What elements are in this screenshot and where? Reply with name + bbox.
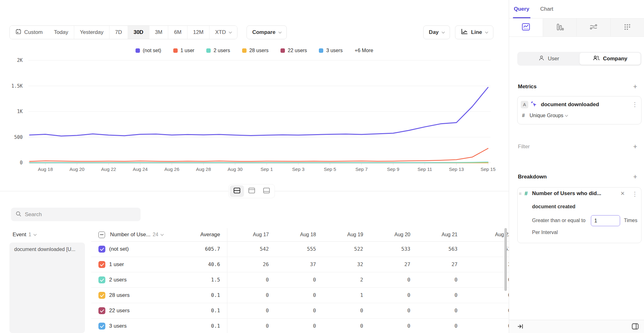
compare-button[interactable]: Compare bbox=[247, 25, 287, 39]
cell-value: 0 bbox=[417, 303, 458, 318]
legend-more-label[interactable]: +6 More bbox=[355, 48, 373, 53]
breakdown-card[interactable]: ≡ # Number of Users who did... × ⋮ docum… bbox=[517, 187, 641, 243]
breakdown-event-name[interactable]: document created bbox=[532, 204, 575, 210]
cell-value: 37 bbox=[275, 257, 316, 272]
chart-type-label: Line bbox=[471, 29, 482, 35]
toggle-sidebar-icon[interactable] bbox=[631, 323, 639, 331]
series-checkbox[interactable] bbox=[98, 292, 105, 299]
tab-query[interactable]: Query bbox=[514, 0, 529, 18]
layout-bottom-icon bbox=[263, 187, 270, 195]
toggle-company[interactable]: Company bbox=[580, 53, 641, 65]
line-chart[interactable] bbox=[28, 58, 491, 166]
average-value: 1.5 bbox=[164, 272, 220, 287]
breakdown-kebab-icon[interactable]: ⋮ bbox=[632, 190, 638, 198]
cell-value: 27 bbox=[417, 257, 458, 272]
legend-swatch bbox=[242, 48, 247, 53]
date-range-7d[interactable]: 7D bbox=[109, 26, 128, 39]
breakdown-property-name[interactable]: Number of Users who did... bbox=[532, 190, 601, 197]
close-icon[interactable]: × bbox=[619, 189, 626, 198]
cell-value: 27 bbox=[369, 257, 410, 272]
average-column-header: Average bbox=[164, 228, 220, 241]
add-metric-button[interactable]: + bbox=[631, 83, 639, 90]
cell-value: 0 bbox=[417, 288, 458, 303]
series-checkbox[interactable] bbox=[98, 307, 105, 314]
date-range-30d[interactable]: 30D bbox=[128, 26, 149, 39]
series-count: 24 bbox=[153, 232, 158, 237]
tab-chart[interactable]: Chart bbox=[540, 0, 553, 18]
chevron-down-icon bbox=[565, 113, 568, 117]
date-column-header: Aug 22 bbox=[464, 228, 509, 241]
legend-item[interactable]: 1 user bbox=[173, 48, 194, 53]
drag-handle-icon[interactable]: ≡ bbox=[519, 191, 522, 196]
series-label: 2 users bbox=[109, 272, 127, 287]
per-interval-label[interactable]: Per Interval bbox=[532, 230, 558, 235]
add-breakdown-button[interactable]: + bbox=[631, 173, 639, 181]
number-property-icon: # bbox=[525, 190, 528, 197]
interval-dropdown[interactable]: Day bbox=[423, 25, 450, 39]
vertical-scrollbar[interactable] bbox=[504, 228, 507, 291]
date-range-today[interactable]: Today bbox=[48, 26, 74, 39]
chart-type-line-button[interactable] bbox=[509, 19, 543, 36]
legend-item[interactable]: 2 users bbox=[206, 48, 230, 53]
date-range-12m[interactable]: 12M bbox=[187, 26, 209, 39]
select-all-checkbox[interactable] bbox=[98, 232, 105, 238]
legend-label: 1 user bbox=[180, 48, 194, 53]
table-row: 1 user40.626373227272 bbox=[91, 257, 509, 272]
series-line[interactable] bbox=[30, 162, 488, 163]
x-axis-tick-label: Aug 22 bbox=[101, 166, 116, 172]
layout-bottom-button[interactable] bbox=[259, 185, 274, 197]
series-checkbox[interactable] bbox=[98, 276, 105, 283]
date-range-6m[interactable]: 6M bbox=[168, 26, 187, 39]
table-row: 3 users0.1000000 bbox=[91, 319, 509, 333]
cell-value: 0 bbox=[275, 303, 316, 318]
aggregation-label: Unique Groups bbox=[530, 112, 564, 120]
series-label: 28 users bbox=[109, 288, 130, 303]
chevron-down-icon bbox=[278, 30, 281, 33]
aggregation-dropdown[interactable]: Unique Groups bbox=[530, 112, 568, 120]
series-checkbox[interactable] bbox=[98, 261, 105, 268]
date-range-custom[interactable]: Custom bbox=[10, 26, 48, 39]
collapse-panel-icon[interactable] bbox=[517, 323, 524, 331]
metric-card[interactable]: A document downloaded ⋮ # Unique Groups bbox=[517, 96, 641, 124]
x-axis-tick-label: Aug 18 bbox=[38, 166, 53, 172]
event-column-header[interactable]: Event 1 bbox=[13, 228, 36, 241]
series-line[interactable] bbox=[30, 148, 488, 161]
series-column-header[interactable]: Number of Use... 24 bbox=[98, 228, 163, 241]
series-checkbox[interactable] bbox=[98, 246, 105, 253]
date-column-header: Aug 20 bbox=[369, 228, 410, 241]
toggle-user[interactable]: User bbox=[518, 53, 580, 65]
layout-top-button[interactable] bbox=[245, 185, 259, 197]
legend-item[interactable]: (not set) bbox=[136, 48, 161, 53]
main-content: Custom TodayYesterday7D30D3M6M12M XTD Co… bbox=[0, 0, 509, 333]
user-icon bbox=[538, 55, 545, 63]
date-column-header: Aug 17 bbox=[228, 228, 269, 241]
add-filter-button[interactable]: + bbox=[631, 143, 639, 150]
breakdown-heading: Breakdown bbox=[518, 174, 547, 180]
date-range-3m[interactable]: 3M bbox=[149, 26, 168, 39]
metric-event-name[interactable]: document downloaded bbox=[541, 101, 599, 108]
y-axis-tick-label: 1K bbox=[17, 109, 23, 114]
chart-type-bar-button[interactable] bbox=[543, 19, 577, 36]
chart-type-grid-button[interactable] bbox=[610, 19, 644, 36]
date-range-yesterday[interactable]: Yesterday bbox=[74, 26, 109, 39]
legend-item[interactable]: 3 users bbox=[319, 48, 342, 53]
event-header-label: Event bbox=[13, 232, 26, 238]
cell-value: 533 bbox=[369, 242, 410, 257]
legend-item[interactable]: 28 users bbox=[242, 48, 269, 53]
metric-kebab-icon[interactable]: ⋮ bbox=[632, 101, 638, 108]
chart-type-flow-button[interactable] bbox=[576, 19, 610, 36]
series-checkbox[interactable] bbox=[98, 323, 105, 330]
date-range-xtd[interactable]: XTD bbox=[209, 26, 237, 39]
legend-swatch bbox=[280, 48, 285, 53]
chart-toolbar: Custom TodayYesterday7D30D3M6M12M XTD Co… bbox=[0, 25, 509, 40]
layout-split-button[interactable] bbox=[230, 185, 244, 197]
chart-type-dropdown[interactable]: Line bbox=[455, 25, 493, 39]
cell-value: 522 bbox=[322, 242, 363, 257]
search-input[interactable] bbox=[25, 211, 136, 218]
event-name-cell[interactable]: document downloaded [U... bbox=[9, 243, 85, 333]
breakdown-condition-label[interactable]: Greater than or equal to bbox=[532, 218, 586, 223]
breakdown-value-input[interactable] bbox=[591, 215, 620, 226]
date-column-header: Aug 21 bbox=[417, 228, 458, 241]
x-axis-tick-label: Sep 9 bbox=[387, 166, 399, 172]
legend-item[interactable]: 22 users bbox=[280, 48, 307, 53]
